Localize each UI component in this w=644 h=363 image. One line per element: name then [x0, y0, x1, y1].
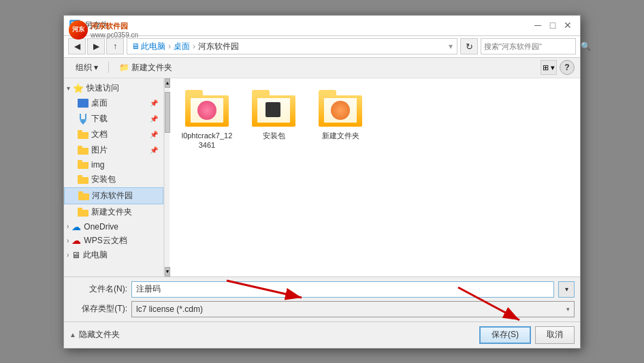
new-folder-button[interactable]: 📁 新建文件夹	[113, 60, 178, 75]
onedrive-header[interactable]: › ☁ OneDrive	[64, 220, 163, 234]
wps-expand-icon: ›	[67, 237, 69, 244]
folder-item-2[interactable]: 新建文件夹	[310, 85, 371, 155]
breadcrumb-current: 河东软件园	[198, 41, 239, 52]
folder-item-1[interactable]: 安装包	[243, 85, 304, 155]
pin-icon-4: 📌	[150, 146, 158, 154]
footer-buttons: 保存(S) 取消	[479, 326, 575, 344]
pc-icon: 🖥	[131, 42, 140, 51]
footer: ▲ 隐藏文件夹 保存(S) 取消	[64, 321, 580, 348]
sidebar-item-hd[interactable]: 河东软件园	[64, 187, 163, 204]
main-area: ▾ ⭐ 快速访问 桌面 📌	[64, 78, 580, 277]
title-bar-left: 另存为	[69, 20, 109, 31]
pc-header[interactable]: › 🖥 此电脑	[64, 248, 163, 262]
cancel-button[interactable]: 取消	[535, 326, 575, 344]
close-button[interactable]: ✕	[561, 18, 575, 32]
folder-label-2: 新建文件夹	[322, 131, 359, 140]
breadcrumb-dropdown-icon: ▾	[449, 42, 453, 51]
folder-icon-img	[78, 160, 88, 169]
quick-access-header[interactable]: ▾ ⭐ 快速访问	[64, 81, 163, 95]
scroll-up-btn[interactable]: ▲	[165, 78, 170, 88]
title-bar: 另存为 ─ □ ✕	[64, 16, 580, 36]
folder-label-1: 安装包	[263, 131, 285, 140]
wps-icon: ☁	[71, 235, 81, 246]
wps-header[interactable]: › ☁ WPS云文档	[64, 234, 163, 248]
quick-access-label: 快速访问	[86, 82, 119, 94]
organize-button[interactable]: 组织 ▾	[69, 60, 104, 75]
folder-icon-docs	[78, 130, 88, 139]
refresh-button[interactable]: ↻	[460, 38, 478, 54]
back-button[interactable]: ◀	[68, 38, 86, 54]
pc-icon-sidebar: 🖥	[71, 250, 80, 260]
hide-folders-label: 隐藏文件夹	[79, 329, 120, 341]
filename-label: 文件名(N):	[69, 283, 127, 295]
hide-folders-area[interactable]: ▲ 隐藏文件夹	[69, 329, 120, 341]
minimize-button[interactable]: ─	[531, 18, 545, 32]
scroll-thumb[interactable]	[165, 92, 170, 133]
folder-icon-hd	[78, 191, 89, 200]
onedrive-expand-icon: ›	[67, 223, 69, 230]
onedrive-icon: ☁	[71, 221, 81, 232]
sidebar-item-img[interactable]: img	[64, 158, 163, 172]
pin-icon-3: 📌	[150, 131, 158, 138]
search-icon[interactable]: 🔍	[581, 42, 591, 51]
sidebar: ▾ ⭐ 快速访问 桌面 📌	[64, 78, 164, 277]
breadcrumb[interactable]: 🖥 此电脑 › 桌面 › 河东软件园 ▾	[127, 38, 457, 54]
folder-icon-large-2	[319, 90, 362, 128]
star-icon: ⭐	[73, 83, 84, 93]
forward-button[interactable]: ▶	[87, 38, 105, 54]
folder-icon-large-0	[185, 90, 229, 128]
sidebar-item-install[interactable]: 安装包	[64, 172, 163, 187]
download-icon	[78, 114, 88, 123]
sidebar-scrollbar[interactable]: ▲ ▼	[164, 78, 170, 277]
filetype-value: lc7 license (*.cdm)	[136, 304, 203, 314]
nav-buttons: ◀ ▶ ↑	[68, 38, 124, 54]
filetype-row: 保存类型(T): lc7 license (*.cdm) ▾	[69, 301, 575, 317]
new-folder-icon: 📁	[119, 63, 129, 72]
content-scroll: l0phtcrack7_123461 安装包	[170, 78, 580, 277]
sidebar-item-new-folder[interactable]: 新建文件夹	[64, 204, 163, 220]
bottom-area: 文件名(N): ▾ 保存类型(T): lc7 license (*.cdm) ▾	[64, 277, 580, 321]
wps-section: › ☁ WPS云文档	[64, 234, 163, 248]
folder-icon-large-1	[252, 90, 295, 128]
folder-icon-install	[78, 175, 88, 184]
sidebar-item-desktop[interactable]: 桌面 📌	[64, 95, 163, 111]
filename-input[interactable]	[131, 281, 554, 298]
pc-section: › 🖥 此电脑	[64, 248, 163, 262]
quick-access-section: ▾ ⭐ 快速访问 桌面 📌	[64, 81, 163, 220]
svg-rect-0	[71, 23, 78, 29]
svg-rect-1	[71, 22, 75, 24]
dialog-title: 另存为	[84, 20, 109, 31]
folder-icon-pics	[78, 146, 88, 155]
filetype-select[interactable]: lc7 license (*.cdm) ▾	[131, 301, 575, 317]
search-input[interactable]	[484, 42, 578, 50]
toolbar: 组织 ▾ 📁 新建文件夹 ⊞ ▾ ?	[64, 58, 580, 78]
filename-row: 文件名(N): ▾	[69, 281, 575, 298]
content-area: l0phtcrack7_123461 安装包	[170, 78, 580, 277]
hide-folders-expand-icon: ▲	[69, 331, 76, 338]
sidebar-item-docs[interactable]: 文档 📌	[64, 127, 163, 142]
breadcrumb-sep-1: ›	[168, 42, 171, 51]
title-bar-controls: ─ □ ✕	[531, 18, 575, 32]
sidebar-item-download[interactable]: 下载 📌	[64, 111, 163, 127]
pin-icon: 📌	[150, 99, 158, 107]
sidebar-item-pics[interactable]: 图片 📌	[64, 142, 163, 158]
dialog-icon	[69, 20, 80, 31]
search-box: 🔍	[481, 38, 576, 54]
toolbar-separator	[108, 62, 109, 73]
toolbar-right: ⊞ ▾ ?	[541, 60, 575, 75]
scroll-down-btn[interactable]: ▼	[165, 267, 170, 277]
view-button[interactable]: ⊞ ▾	[541, 60, 557, 75]
maximize-button[interactable]: □	[546, 18, 560, 32]
filetype-label: 保存类型(T):	[69, 303, 127, 315]
onedrive-section: › ☁ OneDrive	[64, 220, 163, 234]
filename-dropdown[interactable]: ▾	[558, 281, 575, 298]
address-bar: ◀ ▶ ↑ 🖥 此电脑 › 桌面 › 河东软件园 ▾ ↻	[64, 36, 580, 58]
up-button[interactable]: ↑	[106, 38, 124, 54]
expand-icon: ▾	[67, 84, 70, 92]
breadcrumb-sep-2: ›	[193, 42, 195, 51]
breadcrumb-desktop[interactable]: 桌面	[174, 41, 190, 52]
save-button[interactable]: 保存(S)	[479, 326, 531, 344]
folder-item-0[interactable]: l0phtcrack7_123461	[176, 85, 238, 155]
breadcrumb-pc[interactable]: 🖥 此电脑	[131, 41, 165, 52]
help-button[interactable]: ?	[560, 60, 575, 75]
